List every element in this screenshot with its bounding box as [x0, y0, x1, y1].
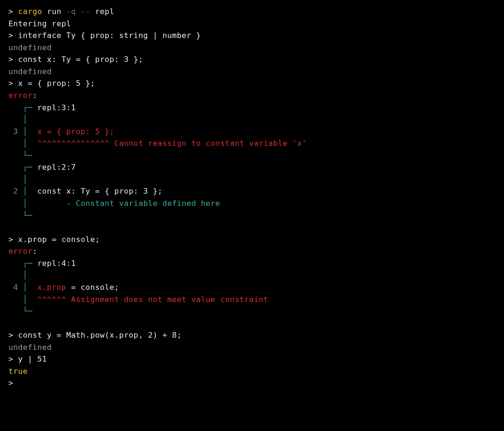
box-top: ┌─ [23, 103, 33, 112]
box-side: │ [23, 127, 28, 136]
error-carets: ^^^^^^ [38, 295, 67, 304]
blank-line [8, 318, 496, 330]
box-bottom: └─ [23, 211, 33, 220]
shell-command-line: > cargo run -q -- repl [8, 6, 496, 18]
blank-line [8, 221, 496, 234]
error-header: error: [8, 245, 496, 257]
error-code: x = { prop: 5 }; [38, 127, 114, 136]
gutter-number: 2 [13, 187, 18, 196]
repl-input-5: > const y = Math.pow(x.prop, 2) + 8; [8, 329, 496, 341]
repl-input-6: > y | 51 [8, 353, 496, 365]
input-text: x = { prop: 5 }; [18, 79, 95, 88]
result-undefined: undefined [8, 66, 496, 78]
box-side: │ [23, 271, 28, 280]
note-dash: - [66, 199, 71, 208]
repl-prompt-waiting[interactable]: > [8, 377, 496, 389]
input-text: const x: Ty = { prop: 3 }; [18, 55, 143, 64]
repl-input-2: > const x: Ty = { prop: 3 }; [8, 53, 496, 66]
error-carets-line: │ ^^^^^^ Assignment does not meet value … [8, 294, 496, 306]
repl-prompt: > [8, 79, 13, 88]
error-box-bottom: └─ [8, 150, 496, 162]
input-text: const y = Math.pow(x.prop, 2) + 8; [18, 331, 182, 340]
box-side: │ [23, 139, 28, 148]
repl-prompt: > [8, 378, 13, 387]
error-location-2: ┌─ repl:2:7 [8, 161, 496, 174]
box-side: │ [23, 115, 28, 124]
error-code-highlight: x.prop [38, 283, 67, 292]
input-text: y | 51 [18, 355, 47, 363]
error-carets-line: │ ^^^^^^^^^^^^^^^ Cannot reassign to con… [8, 137, 496, 150]
error-gutter-blank: │ [8, 269, 496, 281]
error-message: Cannot reassign to constant variable 'x' [114, 139, 307, 148]
location-text: repl:3:1 [38, 103, 76, 112]
error-code-line-4: 4 │ x.prop = console; [8, 281, 496, 294]
gutter-number: 4 [13, 283, 18, 292]
box-side: │ [23, 199, 28, 208]
repl-prompt: > [8, 331, 13, 340]
result-true: true [8, 365, 496, 378]
entering-message: Entering repl [8, 18, 496, 30]
note-message: Constant variable defined here [76, 199, 220, 208]
context-code: const x: Ty = { prop: 3 }; [38, 187, 163, 196]
error-gutter-blank: │ [8, 174, 496, 186]
error-label: error [8, 247, 32, 256]
error-header: error: [8, 90, 496, 102]
repl-prompt: > [8, 355, 13, 363]
location-text: repl:4:1 [38, 259, 76, 268]
cmd-dashdash: -- [81, 7, 90, 16]
error-code-line-2: 2 │ const x: Ty = { prop: 3 }; [8, 185, 496, 197]
repl-input-3: > x = { prop: 5 }; [8, 77, 496, 90]
result-undefined: undefined [8, 341, 496, 354]
colon: : [32, 91, 37, 100]
error-code-line-3: 3 │ x = { prop: 5 }; [8, 126, 496, 138]
colon: : [32, 247, 37, 256]
error-location-1: ┌─ repl:3:1 [8, 102, 496, 114]
input-text: x.prop = console; [18, 235, 100, 244]
box-side: │ [23, 187, 28, 196]
shell-prompt: > [8, 7, 13, 16]
box-bottom: └─ [23, 307, 33, 316]
box-side: │ [23, 295, 28, 304]
repl-prompt: > [8, 31, 13, 40]
box-side: │ [23, 283, 28, 292]
repl-input-1: > interface Ty { prop: string | number } [8, 30, 496, 42]
error-note-line: │ - Constant variable defined here [8, 197, 496, 210]
cmd-flag-q: -q [66, 7, 76, 16]
cmd-cargo: cargo [18, 7, 42, 16]
cmd-run: run [47, 7, 61, 16]
box-side: │ [23, 175, 28, 184]
box-bottom: └─ [23, 151, 33, 160]
input-text: interface Ty { prop: string | number } [18, 31, 201, 40]
box-top: ┌─ [23, 163, 33, 172]
gutter-number: 3 [13, 127, 18, 136]
repl-prompt: > [8, 55, 13, 64]
error-box-bottom: └─ [8, 305, 496, 318]
terminal-output: > cargo run -q -- repl Entering repl > i… [8, 6, 496, 389]
error-box-bottom: └─ [8, 210, 496, 222]
error-carets: ^^^^^^^^^^^^^^^ [38, 139, 110, 148]
error-code-rest: = console; [66, 283, 119, 292]
box-top: ┌─ [23, 259, 33, 268]
location-text: repl:2:7 [38, 163, 76, 172]
cmd-repl: repl [95, 7, 114, 16]
error-message: Assignment does not meet value constrain… [71, 295, 268, 304]
error-location-3: ┌─ repl:4:1 [8, 257, 496, 270]
error-gutter-blank: │ [8, 113, 496, 126]
repl-prompt: > [8, 235, 13, 244]
result-undefined: undefined [8, 42, 496, 54]
repl-input-4: > x.prop = console; [8, 234, 496, 246]
error-label: error [8, 91, 32, 100]
